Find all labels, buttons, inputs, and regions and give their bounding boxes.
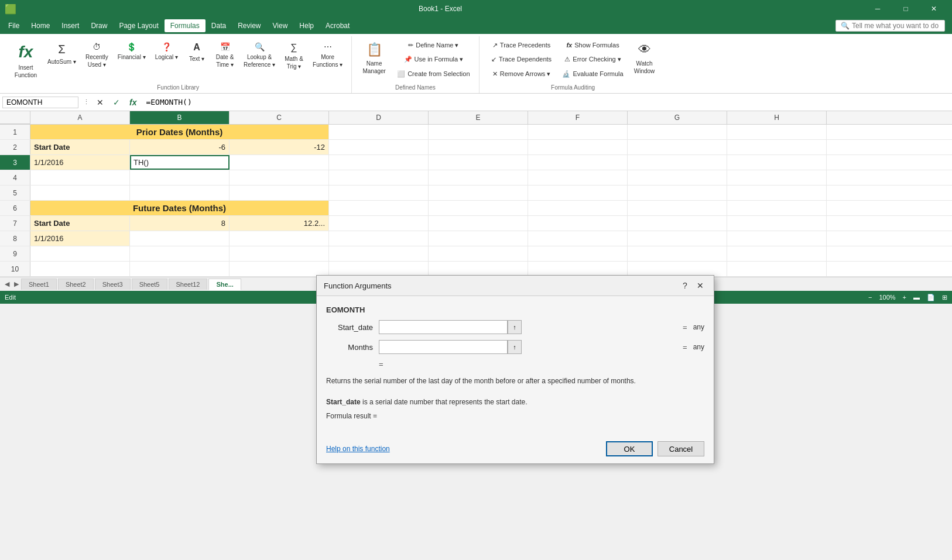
cell-c8[interactable] [230,231,329,246]
cell-f8[interactable] [528,231,628,246]
cell-c5[interactable] [230,185,329,200]
cell-h6[interactable] [727,201,827,215]
menu-file[interactable]: File [2,19,25,32]
cell-f6[interactable] [528,201,628,215]
row-header-6[interactable]: 6 [0,201,30,215]
zoom-out-icon[interactable]: − [868,294,872,301]
page-break-view-icon[interactable]: ⊞ [942,294,947,301]
cell-c7[interactable]: 12.2... [230,216,329,231]
cell-e8[interactable] [429,231,528,246]
cell-f10[interactable] [528,262,628,276]
cell-g4[interactable] [628,170,727,185]
logical-button[interactable]: ❓ Logical ▾ [151,39,182,64]
trace-precedents-button[interactable]: ↗ Trace Precedents [487,39,557,51]
cell-e9[interactable] [429,246,528,261]
sheet-tab-1[interactable]: Sheet1 [21,279,57,290]
recently-used-button[interactable]: ⏱ RecentlyUsed ▾ [81,39,112,71]
menu-insert[interactable]: Insert [56,19,85,32]
more-functions-button[interactable]: ⋯ MoreFunctions ▾ [309,39,347,71]
menu-home[interactable]: Home [25,19,56,32]
cell-d2[interactable] [329,140,429,154]
cell-f9[interactable] [528,246,628,261]
cell-d6[interactable] [329,201,429,215]
cell-b5[interactable] [130,185,230,200]
create-from-selection-button[interactable]: ⬜ Create from Selection [393,67,474,80]
cell-d4[interactable] [329,170,429,185]
cell-f2[interactable] [528,140,628,154]
cell-h4[interactable] [727,170,827,185]
confirm-icon[interactable]: ✓ [108,95,125,109]
cell-g10[interactable] [628,262,727,276]
cell-e10[interactable] [429,262,528,276]
cell-h8[interactable] [727,231,827,246]
cell-h9[interactable] [727,246,827,261]
row-header-9[interactable]: 9 [0,246,30,261]
row-header-10[interactable]: 10 [0,262,30,276]
cell-h5[interactable] [727,185,827,200]
cell-b4[interactable] [130,170,230,185]
name-box[interactable] [2,97,78,108]
cell-d3[interactable] [329,155,429,170]
cell-a9[interactable] [30,246,130,261]
cell-f1[interactable] [528,125,628,139]
sheet-tab-12[interactable]: Sheet12 [169,279,208,290]
cell-g1[interactable] [628,125,727,139]
cell-h7[interactable] [727,216,827,231]
menu-page-layout[interactable]: Page Layout [113,19,164,32]
evaluate-formula-button[interactable]: 🔬 Evaluate Formula [558,67,628,80]
trace-dependents-button[interactable]: ↙ Trace Dependents [487,53,557,66]
text-button[interactable]: A Text ▾ [183,39,210,66]
cell-e1[interactable] [429,125,528,139]
cell-h1[interactable] [727,125,827,139]
cell-d5[interactable] [329,185,429,200]
sheet-nav-right[interactable]: ▶ [12,280,21,288]
sheet-tab-active[interactable]: She... [208,279,241,290]
cell-b8[interactable] [130,231,230,246]
date-time-button[interactable]: 📅 Date &Time ▾ [211,39,238,71]
cell-f7[interactable] [528,216,628,231]
menu-acrobat[interactable]: Acrobat [320,19,355,32]
sheet-tab-3[interactable]: Sheet3 [95,279,131,290]
cell-d9[interactable] [329,246,429,261]
financial-button[interactable]: 💲 Financial ▾ [114,39,150,64]
name-manager-button[interactable]: 📋 NameManager [357,39,392,78]
cell-c10[interactable] [230,262,329,276]
function-arguments-dialog[interactable]: Function Arguments ? ✕ EOMONTH Start_dat… [316,275,714,304]
page-layout-view-icon[interactable]: 📄 [927,294,935,301]
cell-g3[interactable] [628,155,727,170]
cell-c3[interactable] [230,155,329,170]
row-header-2[interactable]: 2 [0,140,30,154]
remove-arrows-button[interactable]: ✕ Remove Arrows ▾ [487,67,557,80]
autosum-button[interactable]: Σ AutoSum ▾ [43,39,80,68]
sheet-tab-2[interactable]: Sheet2 [58,279,94,290]
normal-view-icon[interactable]: ▬ [913,294,920,301]
cell-g7[interactable] [628,216,727,231]
row-header-4[interactable]: 4 [0,170,30,185]
cell-e7[interactable] [429,216,528,231]
cell-b2[interactable]: -6 [130,140,230,154]
search-box[interactable]: 🔍 [835,20,945,32]
dialog-help-icon[interactable]: ? [679,279,691,292]
sheet-nav-left[interactable]: ◀ [2,280,12,288]
cell-c4[interactable] [230,170,329,185]
cell-d1[interactable] [329,125,429,139]
cell-f3[interactable] [528,155,628,170]
show-formulas-button[interactable]: fx Show Formulas [558,39,628,51]
cell-e5[interactable] [429,185,528,200]
cell-e2[interactable] [429,140,528,154]
define-name-button[interactable]: ✏ Define Name ▾ [393,39,474,51]
function-icon[interactable]: fx [125,95,141,109]
cell-a6[interactable]: Future Dates (Months) [30,201,329,215]
row-header-8[interactable]: 8 [0,231,30,246]
cell-h10[interactable] [727,262,827,276]
cell-b10[interactable] [130,262,230,276]
cell-b7[interactable]: 8 [130,216,230,231]
cell-a5[interactable] [30,185,130,200]
cell-a7[interactable]: Start Date [30,216,130,231]
cell-d10[interactable] [329,262,429,276]
menu-formulas[interactable]: Formulas [165,19,206,32]
formula-input[interactable] [141,98,952,106]
error-checking-button[interactable]: ⚠ Error Checking ▾ [558,53,628,66]
use-in-formula-button[interactable]: 📌 Use in Formula ▾ [393,53,474,66]
zoom-in-icon[interactable]: + [903,294,906,301]
